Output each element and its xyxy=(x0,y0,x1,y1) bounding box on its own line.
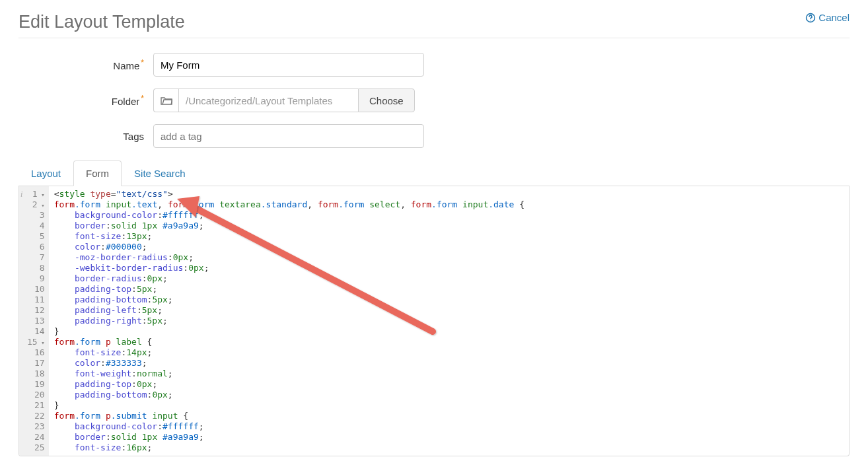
code-editor[interactable]: i 1▾2▾3456789101112131415▾16171819202122… xyxy=(18,186,850,456)
code-line[interactable]: -webkit-border-radius:0px; xyxy=(54,263,524,273)
code-line[interactable]: color:#000000; xyxy=(54,242,524,252)
cancel-label: Cancel xyxy=(818,12,850,23)
code-line[interactable]: font-weight:normal; xyxy=(54,369,524,379)
svg-point-1 xyxy=(811,19,811,20)
code-line[interactable]: form.form input.text, form.form textarea… xyxy=(54,199,524,210)
code-line[interactable]: -moz-border-radius:0px; xyxy=(54,252,524,263)
code-line[interactable]: padding-left:5px; xyxy=(54,305,524,316)
tags-label: Tags xyxy=(79,131,153,142)
info-icon: i xyxy=(20,189,22,199)
code-line[interactable]: background-color:#ffffff; xyxy=(54,421,524,432)
page-title: Edit Layout Template xyxy=(18,12,185,32)
code-line[interactable]: } xyxy=(54,400,524,411)
code-line[interactable]: form.form p label { xyxy=(54,337,524,347)
tabs: Layout Form Site Search xyxy=(18,160,850,186)
code-line[interactable]: padding-right:5px; xyxy=(54,316,524,326)
code-line[interactable]: border:solid 1px #a9a9a9; xyxy=(54,221,524,231)
code-line[interactable]: border-radius:0px; xyxy=(54,273,524,284)
tab-layout[interactable]: Layout xyxy=(18,160,73,186)
code-line[interactable]: font-size:16px; xyxy=(54,442,524,453)
code-line[interactable]: padding-bottom:0px; xyxy=(54,390,524,400)
code-line[interactable]: padding-top:5px; xyxy=(54,284,524,295)
code-line[interactable]: form.form p.submit input { xyxy=(54,411,524,421)
code-line[interactable]: padding-top:0px; xyxy=(54,379,524,390)
code-line[interactable]: } xyxy=(54,326,524,337)
code-line[interactable]: padding-bottom:5px; xyxy=(54,295,524,305)
tab-form[interactable]: Form xyxy=(73,160,122,186)
editor-gutter: i 1▾2▾3456789101112131415▾16171819202122… xyxy=(19,186,49,456)
cancel-button[interactable]: Cancel xyxy=(805,12,850,23)
name-input[interactable] xyxy=(153,53,424,77)
code-line[interactable]: <style type="text/css"> xyxy=(54,189,524,199)
code-line[interactable]: font-size:14px; xyxy=(54,347,524,358)
tab-site-search[interactable]: Site Search xyxy=(122,160,198,186)
code-line[interactable]: font-size:13px; xyxy=(54,231,524,242)
choose-button[interactable]: Choose xyxy=(358,88,415,112)
tags-input[interactable] xyxy=(153,124,424,148)
code-line[interactable]: background-color:#ffffff; xyxy=(54,210,524,221)
code-line[interactable]: color:#333333; xyxy=(54,358,524,369)
editor-code[interactable]: <style type="text/css">form.form input.t… xyxy=(49,186,530,456)
folder-path: /Uncategorized/Layout Templates xyxy=(178,88,358,112)
folder-icon xyxy=(153,88,178,112)
folder-label: Folder* xyxy=(79,94,153,107)
help-icon xyxy=(805,13,816,23)
name-label: Name* xyxy=(79,58,153,71)
code-line[interactable]: border:solid 1px #a9a9a9; xyxy=(54,432,524,442)
